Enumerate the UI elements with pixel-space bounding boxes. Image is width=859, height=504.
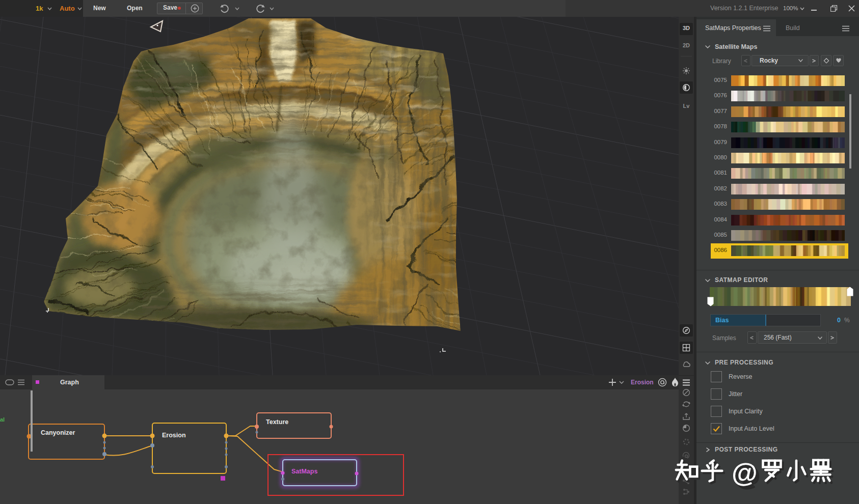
svg-text:Canyonizer: Canyonizer — [41, 429, 75, 436]
svg-text:Erosion: Erosion — [162, 432, 186, 439]
svg-text:Texture: Texture — [266, 418, 288, 426]
svg-text:SatMaps: SatMaps — [291, 468, 317, 475]
svg-text:@: @ — [732, 458, 759, 487]
